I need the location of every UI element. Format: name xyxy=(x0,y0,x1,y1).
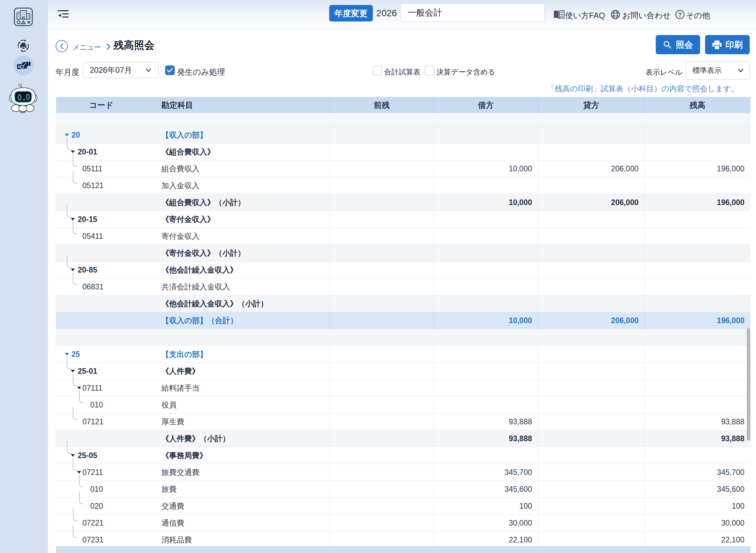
svg-text:?: ? xyxy=(678,11,682,18)
